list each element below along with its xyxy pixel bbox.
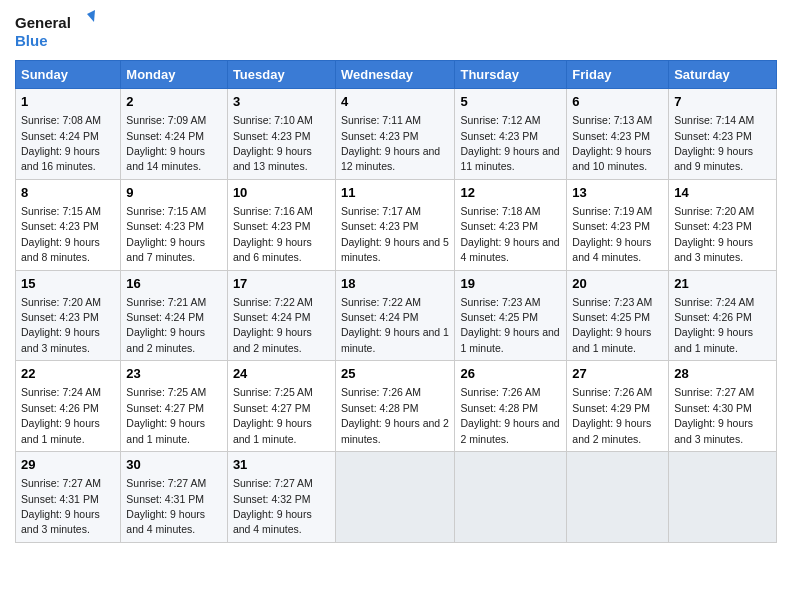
day-detail: Sunrise: 7:25 AMSunset: 4:27 PMDaylight:…	[126, 386, 206, 444]
day-number: 5	[460, 93, 561, 111]
day-detail: Sunrise: 7:23 AMSunset: 4:25 PMDaylight:…	[460, 296, 559, 354]
logo: General Blue	[15, 10, 95, 52]
day-cell	[455, 452, 567, 543]
day-number: 16	[126, 275, 222, 293]
day-detail: Sunrise: 7:20 AMSunset: 4:23 PMDaylight:…	[21, 296, 101, 354]
day-number: 9	[126, 184, 222, 202]
day-cell: 28Sunrise: 7:27 AMSunset: 4:30 PMDayligh…	[669, 361, 777, 452]
day-number: 23	[126, 365, 222, 383]
week-row-4: 22Sunrise: 7:24 AMSunset: 4:26 PMDayligh…	[16, 361, 777, 452]
day-number: 12	[460, 184, 561, 202]
day-cell: 2Sunrise: 7:09 AMSunset: 4:24 PMDaylight…	[121, 89, 228, 180]
day-number: 10	[233, 184, 330, 202]
day-cell: 10Sunrise: 7:16 AMSunset: 4:23 PMDayligh…	[227, 179, 335, 270]
day-cell: 8Sunrise: 7:15 AMSunset: 4:23 PMDaylight…	[16, 179, 121, 270]
day-number: 6	[572, 93, 663, 111]
day-number: 26	[460, 365, 561, 383]
day-cell: 19Sunrise: 7:23 AMSunset: 4:25 PMDayligh…	[455, 270, 567, 361]
day-detail: Sunrise: 7:17 AMSunset: 4:23 PMDaylight:…	[341, 205, 449, 263]
day-cell: 9Sunrise: 7:15 AMSunset: 4:23 PMDaylight…	[121, 179, 228, 270]
day-detail: Sunrise: 7:27 AMSunset: 4:31 PMDaylight:…	[126, 477, 206, 535]
day-cell: 12Sunrise: 7:18 AMSunset: 4:23 PMDayligh…	[455, 179, 567, 270]
day-detail: Sunrise: 7:19 AMSunset: 4:23 PMDaylight:…	[572, 205, 652, 263]
day-number: 21	[674, 275, 771, 293]
day-detail: Sunrise: 7:08 AMSunset: 4:24 PMDaylight:…	[21, 114, 101, 172]
week-row-2: 8Sunrise: 7:15 AMSunset: 4:23 PMDaylight…	[16, 179, 777, 270]
column-header-saturday: Saturday	[669, 61, 777, 89]
day-number: 30	[126, 456, 222, 474]
header-row: SundayMondayTuesdayWednesdayThursdayFrid…	[16, 61, 777, 89]
day-cell: 18Sunrise: 7:22 AMSunset: 4:24 PMDayligh…	[335, 270, 455, 361]
day-cell: 13Sunrise: 7:19 AMSunset: 4:23 PMDayligh…	[567, 179, 669, 270]
day-number: 28	[674, 365, 771, 383]
day-cell: 25Sunrise: 7:26 AMSunset: 4:28 PMDayligh…	[335, 361, 455, 452]
week-row-5: 29Sunrise: 7:27 AMSunset: 4:31 PMDayligh…	[16, 452, 777, 543]
day-number: 8	[21, 184, 115, 202]
week-row-1: 1Sunrise: 7:08 AMSunset: 4:24 PMDaylight…	[16, 89, 777, 180]
day-detail: Sunrise: 7:26 AMSunset: 4:28 PMDaylight:…	[341, 386, 449, 444]
day-detail: Sunrise: 7:22 AMSunset: 4:24 PMDaylight:…	[341, 296, 449, 354]
day-number: 17	[233, 275, 330, 293]
column-header-wednesday: Wednesday	[335, 61, 455, 89]
day-detail: Sunrise: 7:13 AMSunset: 4:23 PMDaylight:…	[572, 114, 652, 172]
day-number: 20	[572, 275, 663, 293]
day-cell	[567, 452, 669, 543]
svg-text:General: General	[15, 14, 71, 31]
day-cell: 31Sunrise: 7:27 AMSunset: 4:32 PMDayligh…	[227, 452, 335, 543]
day-number: 13	[572, 184, 663, 202]
day-detail: Sunrise: 7:20 AMSunset: 4:23 PMDaylight:…	[674, 205, 754, 263]
day-number: 22	[21, 365, 115, 383]
day-detail: Sunrise: 7:27 AMSunset: 4:31 PMDaylight:…	[21, 477, 101, 535]
day-cell: 24Sunrise: 7:25 AMSunset: 4:27 PMDayligh…	[227, 361, 335, 452]
day-cell: 11Sunrise: 7:17 AMSunset: 4:23 PMDayligh…	[335, 179, 455, 270]
day-cell: 4Sunrise: 7:11 AMSunset: 4:23 PMDaylight…	[335, 89, 455, 180]
day-detail: Sunrise: 7:22 AMSunset: 4:24 PMDaylight:…	[233, 296, 313, 354]
header: General Blue	[15, 10, 777, 52]
column-header-monday: Monday	[121, 61, 228, 89]
day-number: 3	[233, 93, 330, 111]
week-row-3: 15Sunrise: 7:20 AMSunset: 4:23 PMDayligh…	[16, 270, 777, 361]
day-detail: Sunrise: 7:10 AMSunset: 4:23 PMDaylight:…	[233, 114, 313, 172]
day-number: 29	[21, 456, 115, 474]
day-detail: Sunrise: 7:24 AMSunset: 4:26 PMDaylight:…	[674, 296, 754, 354]
column-header-sunday: Sunday	[16, 61, 121, 89]
day-cell: 27Sunrise: 7:26 AMSunset: 4:29 PMDayligh…	[567, 361, 669, 452]
svg-marker-2	[87, 10, 95, 22]
day-cell	[335, 452, 455, 543]
column-header-friday: Friday	[567, 61, 669, 89]
day-cell: 17Sunrise: 7:22 AMSunset: 4:24 PMDayligh…	[227, 270, 335, 361]
day-cell: 21Sunrise: 7:24 AMSunset: 4:26 PMDayligh…	[669, 270, 777, 361]
day-detail: Sunrise: 7:11 AMSunset: 4:23 PMDaylight:…	[341, 114, 440, 172]
day-detail: Sunrise: 7:15 AMSunset: 4:23 PMDaylight:…	[126, 205, 206, 263]
day-cell: 14Sunrise: 7:20 AMSunset: 4:23 PMDayligh…	[669, 179, 777, 270]
day-number: 27	[572, 365, 663, 383]
day-number: 4	[341, 93, 450, 111]
day-number: 31	[233, 456, 330, 474]
day-number: 11	[341, 184, 450, 202]
day-cell: 7Sunrise: 7:14 AMSunset: 4:23 PMDaylight…	[669, 89, 777, 180]
day-detail: Sunrise: 7:12 AMSunset: 4:23 PMDaylight:…	[460, 114, 559, 172]
logo-svg: General Blue	[15, 10, 95, 52]
day-cell: 15Sunrise: 7:20 AMSunset: 4:23 PMDayligh…	[16, 270, 121, 361]
day-cell: 6Sunrise: 7:13 AMSunset: 4:23 PMDaylight…	[567, 89, 669, 180]
day-detail: Sunrise: 7:16 AMSunset: 4:23 PMDaylight:…	[233, 205, 313, 263]
day-detail: Sunrise: 7:23 AMSunset: 4:25 PMDaylight:…	[572, 296, 652, 354]
day-detail: Sunrise: 7:27 AMSunset: 4:30 PMDaylight:…	[674, 386, 754, 444]
day-cell: 3Sunrise: 7:10 AMSunset: 4:23 PMDaylight…	[227, 89, 335, 180]
day-detail: Sunrise: 7:24 AMSunset: 4:26 PMDaylight:…	[21, 386, 101, 444]
day-cell: 26Sunrise: 7:26 AMSunset: 4:28 PMDayligh…	[455, 361, 567, 452]
day-cell: 1Sunrise: 7:08 AMSunset: 4:24 PMDaylight…	[16, 89, 121, 180]
day-cell: 22Sunrise: 7:24 AMSunset: 4:26 PMDayligh…	[16, 361, 121, 452]
day-number: 18	[341, 275, 450, 293]
day-cell: 20Sunrise: 7:23 AMSunset: 4:25 PMDayligh…	[567, 270, 669, 361]
day-number: 24	[233, 365, 330, 383]
day-detail: Sunrise: 7:21 AMSunset: 4:24 PMDaylight:…	[126, 296, 206, 354]
day-number: 14	[674, 184, 771, 202]
day-cell	[669, 452, 777, 543]
day-number: 15	[21, 275, 115, 293]
day-detail: Sunrise: 7:14 AMSunset: 4:23 PMDaylight:…	[674, 114, 754, 172]
day-detail: Sunrise: 7:18 AMSunset: 4:23 PMDaylight:…	[460, 205, 559, 263]
day-number: 1	[21, 93, 115, 111]
column-header-thursday: Thursday	[455, 61, 567, 89]
day-cell: 30Sunrise: 7:27 AMSunset: 4:31 PMDayligh…	[121, 452, 228, 543]
